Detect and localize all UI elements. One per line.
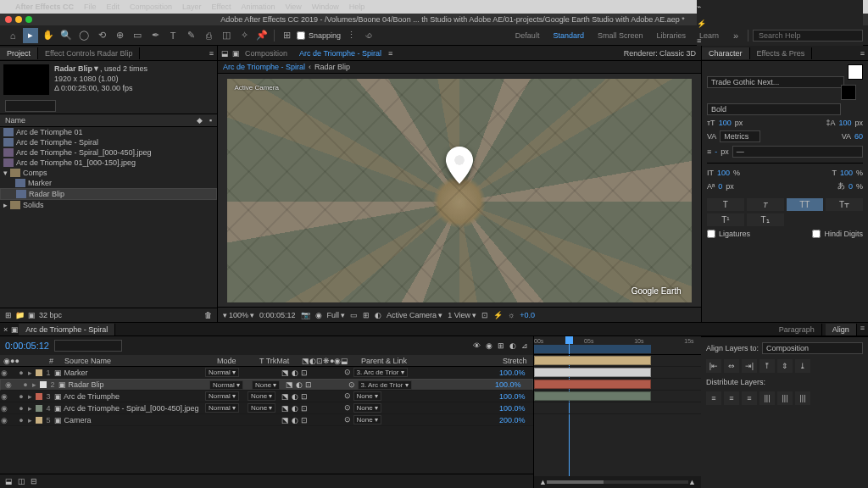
menu-file[interactable]: File xyxy=(84,3,97,11)
layer-row[interactable]: ◉●▸2▣ Radar BlipNormal ▾None ▾⬔◐⊡⊙ 3. Ar… xyxy=(0,379,533,391)
pixel-icon[interactable]: ⊡ xyxy=(481,311,488,319)
subscript-button[interactable]: T₁ xyxy=(747,214,784,226)
orbit-tool[interactable]: ◯ xyxy=(76,28,92,43)
dist-right-icon[interactable]: ||| xyxy=(795,391,810,405)
baseline-value[interactable]: 0 xyxy=(718,182,722,191)
zoom-slider[interactable]: ▲ ▲ xyxy=(534,476,701,488)
align-hcenter-icon[interactable]: ⇔ xyxy=(724,359,739,373)
vscale-value[interactable]: 100 xyxy=(717,169,730,177)
playhead[interactable] xyxy=(569,336,570,354)
project-item[interactable]: Marker xyxy=(0,178,217,188)
status-icon[interactable]: ⌁ xyxy=(697,3,863,11)
align-to-dropdown[interactable]: Composition xyxy=(762,342,863,354)
menu-window[interactable]: Window xyxy=(312,3,339,11)
col-source[interactable]: Source Name xyxy=(61,357,214,365)
leading-value[interactable]: 100 xyxy=(838,119,851,127)
timecode-display[interactable]: 0:00:05:12 xyxy=(259,311,296,319)
comp-tab[interactable]: Arc de Triomphe - Spiral xyxy=(292,47,388,59)
motion-blur-icon[interactable]: ◐ xyxy=(509,341,516,350)
align-vcenter-icon[interactable]: ⇕ xyxy=(777,359,793,373)
menu-view[interactable]: View xyxy=(285,3,301,11)
workspace-libraries[interactable]: Libraries xyxy=(649,30,693,42)
text-tool[interactable]: T xyxy=(165,28,181,43)
col-trkmat[interactable]: T TrkMat xyxy=(256,357,298,365)
track[interactable] xyxy=(534,379,701,391)
current-timecode[interactable]: 0:00:05:12 xyxy=(5,341,49,351)
panel-menu-icon[interactable]: ≡ xyxy=(860,324,865,336)
align-bottom-icon[interactable]: ⤓ xyxy=(795,359,810,373)
menu-layer[interactable]: Layer xyxy=(182,3,202,11)
comp-breadcrumb[interactable]: Arc de Triomphe - Spiral‹ Radar Blip xyxy=(218,61,701,74)
track[interactable] xyxy=(534,367,701,379)
snap-opts-icon[interactable]: ⋮ xyxy=(343,28,359,43)
close-icon[interactable] xyxy=(5,16,12,23)
workspace-small-screen[interactable]: Small Screen xyxy=(591,30,650,42)
hscale-value[interactable]: 100 xyxy=(840,169,853,177)
kerning-dropdown[interactable]: Metrics xyxy=(720,130,760,142)
views-dropdown[interactable]: 1 View ▾ xyxy=(448,311,476,319)
layer-row[interactable]: ◉●▸3▣ Arc de TriumpheNormal ▾None ▾⬔◐⊡⊙ … xyxy=(0,391,533,402)
rotation-tool[interactable]: ⟲ xyxy=(94,28,109,43)
tab-align[interactable]: Align xyxy=(826,324,857,336)
tab-effect-controls[interactable]: Effect Controls Radar Blip xyxy=(38,47,140,59)
project-item[interactable]: Arc de Triomphe 01_[000-150].jpeg xyxy=(0,158,217,168)
interpret-icon[interactable]: ⊞ xyxy=(5,311,12,319)
dist-bottom-icon[interactable]: ≡ xyxy=(742,391,757,405)
project-item[interactable]: Radar Blip xyxy=(0,188,217,200)
col-label-icon[interactable]: ▪ xyxy=(209,116,212,125)
menu-help[interactable]: Help xyxy=(349,3,365,11)
align-right-icon[interactable]: ⇥| xyxy=(742,359,757,373)
minimize-icon[interactable] xyxy=(15,16,22,23)
fast-preview-icon[interactable]: ⚡ xyxy=(493,311,503,319)
allcaps-button[interactable]: TT xyxy=(787,198,824,211)
col-type-icon[interactable]: ◆ xyxy=(197,116,203,125)
workspace-default[interactable]: Default xyxy=(509,30,547,42)
toggle-modes-icon[interactable]: ◫ xyxy=(18,477,25,485)
toggle-in-out-icon[interactable]: ⊟ xyxy=(31,477,37,485)
renderer-button[interactable]: Classic 3D xyxy=(659,49,696,58)
hindi-digits-checkbox[interactable]: Hindi Digits xyxy=(812,230,863,238)
tab-paragraph[interactable]: Paragraph xyxy=(772,324,822,336)
panel-menu-icon[interactable]: ≡ xyxy=(206,49,217,58)
dist-hcenter-icon[interactable]: ||| xyxy=(777,391,793,405)
composition-viewer[interactable]: Active Camera Google Earth xyxy=(218,74,701,307)
font-style-dropdown[interactable]: Bold xyxy=(707,103,841,115)
anchor-tool[interactable]: ⊕ xyxy=(112,28,127,43)
dist-left-icon[interactable]: ||| xyxy=(760,391,775,405)
trash-icon[interactable]: 🗑 xyxy=(204,311,212,319)
motion-sketch-icon[interactable]: ꩜ xyxy=(361,28,376,43)
project-item[interactable]: ▾ Comps xyxy=(0,168,217,178)
zoom-in-icon[interactable]: ▲ xyxy=(688,478,696,486)
panel-menu-icon[interactable]: ≡ xyxy=(388,49,392,58)
toggle-switches-icon[interactable]: ⬓ xyxy=(5,477,13,485)
timeline-tab[interactable]: Arc de Triomphe - Spiral xyxy=(19,324,115,336)
exposure-value[interactable]: +0.0 xyxy=(520,311,535,319)
track[interactable] xyxy=(534,391,701,402)
font-family-dropdown[interactable]: Trade Gothic Next... xyxy=(707,76,844,88)
track[interactable] xyxy=(534,355,701,367)
col-stretch[interactable]: Stretch xyxy=(499,357,533,365)
work-area[interactable] xyxy=(534,345,651,353)
project-tree[interactable]: Arc de Triomphe 01Arc de Triomphe - Spir… xyxy=(0,127,217,308)
grid-icon[interactable]: ⊞ xyxy=(363,311,370,319)
camera-dropdown[interactable]: Active Camera ▾ xyxy=(387,311,442,319)
selection-tool[interactable]: ▸ xyxy=(23,28,38,43)
align-top-icon[interactable]: ⤒ xyxy=(760,359,775,373)
channel-icon[interactable]: ◉ xyxy=(315,311,322,319)
resolution-dropdown[interactable]: Full ▾ xyxy=(327,311,346,319)
menu-animation[interactable]: Animation xyxy=(241,3,275,11)
zoom-out-icon[interactable]: ▲ xyxy=(539,478,547,486)
draft3d-icon[interactable]: ◉ xyxy=(486,341,492,350)
folder-icon[interactable]: 📁 xyxy=(15,311,25,319)
panel-menu-icon[interactable]: ≡ xyxy=(857,49,868,58)
menu-edit[interactable]: Edit xyxy=(107,3,120,11)
eraser-tool[interactable]: ◫ xyxy=(219,28,234,43)
dist-top-icon[interactable]: ≡ xyxy=(706,391,721,405)
brush-tool[interactable]: ✎ xyxy=(183,28,198,43)
app-name[interactable]: After Effects CC xyxy=(15,3,74,11)
roi-icon[interactable]: ▭ xyxy=(350,311,358,319)
project-item[interactable]: Arc de Triomphe 01 xyxy=(0,127,217,137)
workspace-learn[interactable]: Learn xyxy=(693,30,726,42)
smallcaps-button[interactable]: Tᴛ xyxy=(826,198,863,211)
puppet-tool[interactable]: 📌 xyxy=(254,28,270,43)
